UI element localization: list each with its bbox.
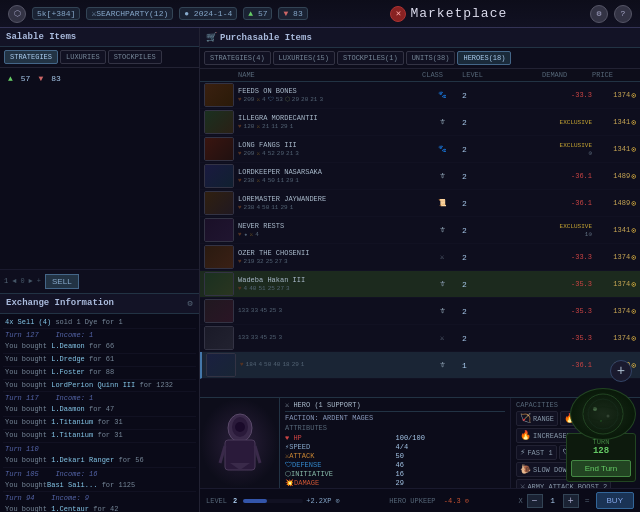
- item-class: ⚔: [422, 334, 462, 342]
- hero-portrait-image: [200, 398, 279, 488]
- level-section: LEVEL 2 +2.2XP ⊙: [206, 497, 340, 505]
- exchange-content: 4x Sell (4) sold 1 Dye for 1 Turn 127 In…: [0, 314, 199, 513]
- svg-point-5: [235, 422, 245, 432]
- buy-button[interactable]: BUY: [596, 492, 634, 509]
- turn-panel: TURN 128 End Turn: [566, 433, 636, 482]
- item-level: 2: [462, 145, 542, 154]
- end-turn-button[interactable]: End Turn: [571, 460, 631, 477]
- zoom-controls: +: [610, 360, 632, 382]
- main-layout: Salable Items STRATEGIES LUXURIES STOCKP…: [0, 28, 640, 512]
- salable-tabs: STRATEGIES LUXURIES STOCKPILES: [0, 47, 199, 68]
- minimap-display: [573, 391, 633, 437]
- tab-heroes[interactable]: HEROES(18): [457, 51, 511, 65]
- minimap[interactable]: [570, 388, 636, 440]
- col-level: LEVEL: [462, 71, 542, 79]
- range-icon: 🏹: [520, 413, 531, 424]
- close-button[interactable]: ✕: [390, 6, 406, 22]
- level-val: 2: [233, 497, 237, 505]
- unit2-icon: ▼: [283, 9, 288, 18]
- table-row[interactable]: Wadeba Hakan III ♥4405125273 🗡 2 -35.3 1…: [200, 271, 640, 298]
- item-name: OZER THE CHOSENII ♥2193225273: [238, 249, 422, 266]
- col-class: CLASS: [422, 71, 462, 79]
- col-thumb: [204, 71, 238, 79]
- item-thumb: [204, 164, 234, 188]
- list-item: You bought 1.Dekari Ranger for 56: [3, 455, 196, 468]
- x-label: X: [519, 497, 523, 505]
- table-row[interactable]: LONG FANGS III ♥209⚔45229213 🐾 2 EXCLUSI…: [200, 136, 640, 163]
- attack-label: ⚔ATTACK: [285, 452, 395, 460]
- tab-stockpiles[interactable]: STOCKPILES: [108, 50, 162, 64]
- salable-header: Salable Items: [0, 28, 199, 47]
- table-row[interactable]: 1333345253 ⚔ 2 -35.3 1374⊙: [200, 325, 640, 352]
- sell-button[interactable]: SELL: [45, 274, 79, 289]
- item-class: 🗡: [422, 172, 462, 180]
- item-class: ⚔: [422, 253, 462, 261]
- item-price: 1374⊙: [592, 307, 636, 316]
- speed-val: 4/4: [396, 443, 506, 451]
- left-panel: Salable Items STRATEGIES LUXURIES STOCKP…: [0, 28, 200, 512]
- damage-val: 29: [396, 479, 506, 487]
- item-demand: EXCLUSIVE1⊙: [542, 223, 592, 238]
- item-name: NEVER RESTS ♥⬥⚔4: [238, 222, 422, 239]
- zoom-in-button[interactable]: +: [610, 360, 632, 382]
- cart-icon: 🛒: [206, 32, 217, 43]
- tab-luxuries[interactable]: LUXURIES: [60, 50, 106, 64]
- table-row[interactable]: ♥1844504018291 🗡 1 -36.1 1489⊙: [200, 352, 640, 379]
- item-demand: -36.1: [542, 199, 592, 207]
- party-stat: ⚔SEARCHPARTY(12): [86, 7, 173, 20]
- item-level: 2: [462, 199, 542, 208]
- item-price: 1341⊙: [592, 118, 636, 127]
- purchasable-header: 🛒 Purchasable Items: [200, 28, 640, 48]
- tab-strategies[interactable]: STRATEGIES(4): [204, 51, 271, 65]
- level-label: LEVEL: [206, 497, 227, 505]
- item-price: 1489⊙: [592, 172, 636, 181]
- items-list: FEEDS ON BONES ♥209⚔4🛡53 ⬡2920213 🐾 2 -3…: [200, 82, 640, 397]
- table-row[interactable]: FEEDS ON BONES ♥209⚔4🛡53 ⬡2920213 🐾 2 -3…: [200, 82, 640, 109]
- info-icon[interactable]: ?: [614, 5, 632, 23]
- item-class: 🗡: [422, 226, 462, 234]
- table-row[interactable]: NEVER RESTS ♥⬥⚔4 🗡 2 EXCLUSIVE1⊙ 1341⊙: [200, 217, 640, 244]
- damage-label: 💥DAMAGE: [285, 479, 395, 487]
- tab-stockpiles[interactable]: STOCKPILES(1): [337, 51, 404, 65]
- list-item: You bought L.Daamon for 47: [3, 404, 196, 417]
- table-row[interactable]: LOREMASTER JAYWANDERE ♥23845011291 📜 2 -…: [200, 190, 640, 217]
- tab-units[interactable]: UNITS(38): [406, 51, 456, 65]
- item-level: 2: [462, 334, 542, 343]
- svg-point-9: [607, 415, 610, 418]
- item-thumb: [204, 218, 234, 242]
- table-row[interactable]: OZER THE CHOSENII ♥2193225273 ⚔ 2 -33.3 …: [200, 244, 640, 271]
- topbar-left: ⬡ 5k[+384] ⚔SEARCHPARTY(12) ● 2024-1-4 ▲…: [8, 5, 308, 23]
- hp-val: 100/100: [396, 434, 506, 442]
- table-row[interactable]: ILLEGRA MORDECANTII ♥120⚔2111291 🗡 2 EXC…: [200, 109, 640, 136]
- hp-label: ♥ HP: [285, 434, 395, 442]
- buy-section: X − 1 + = BUY: [519, 492, 634, 509]
- salable-stats: ▲ 57 ▼ 83: [4, 72, 195, 85]
- col-name: NAME: [238, 71, 422, 79]
- defense-val: 46: [396, 461, 506, 469]
- date-stat: ● 2024-1-4: [179, 7, 237, 20]
- unit1-stat: ▲ 57: [243, 7, 272, 20]
- topbar-center: ✕ Marketplace: [390, 6, 507, 22]
- item-name: ♥1844504018291: [240, 361, 422, 369]
- table-row[interactable]: 1333345253 🗡 2 -35.3 1374⊙: [200, 298, 640, 325]
- unit-down-val: 83: [51, 74, 61, 83]
- buy-minus-button[interactable]: −: [527, 494, 543, 508]
- item-class: 🗡: [422, 307, 462, 315]
- item-price: 1374⊙: [592, 253, 636, 262]
- eq-label: =: [585, 496, 590, 505]
- item-class: 🗡: [422, 280, 462, 288]
- item-name: 1333345253: [238, 334, 422, 342]
- cap-fast: ⚡FAST 1: [516, 445, 557, 460]
- item-class: 🐾: [422, 145, 462, 153]
- xp-label: +2.2XP ⊙: [306, 497, 340, 505]
- table-row[interactable]: LORDKEEPER NASARSAKA ♥238⚔45011291 🗡 2 -…: [200, 163, 640, 190]
- sell-label: 1: [4, 277, 8, 285]
- buy-plus-button[interactable]: +: [563, 494, 579, 508]
- upkeep-section: HERO UPKEEP -4.3 ⊙: [389, 497, 469, 505]
- col-demand: DEMAND: [542, 71, 592, 79]
- tab-strategies[interactable]: STRATEGIES: [4, 50, 58, 64]
- settings-icon[interactable]: ⚙: [590, 5, 608, 23]
- upkeep-label: HERO UPKEEP: [389, 497, 435, 505]
- tab-luxuries[interactable]: LUXURIES(15): [273, 51, 335, 65]
- exchange-entry: 4x Sell (4) sold 1 Dye for 1: [3, 317, 196, 330]
